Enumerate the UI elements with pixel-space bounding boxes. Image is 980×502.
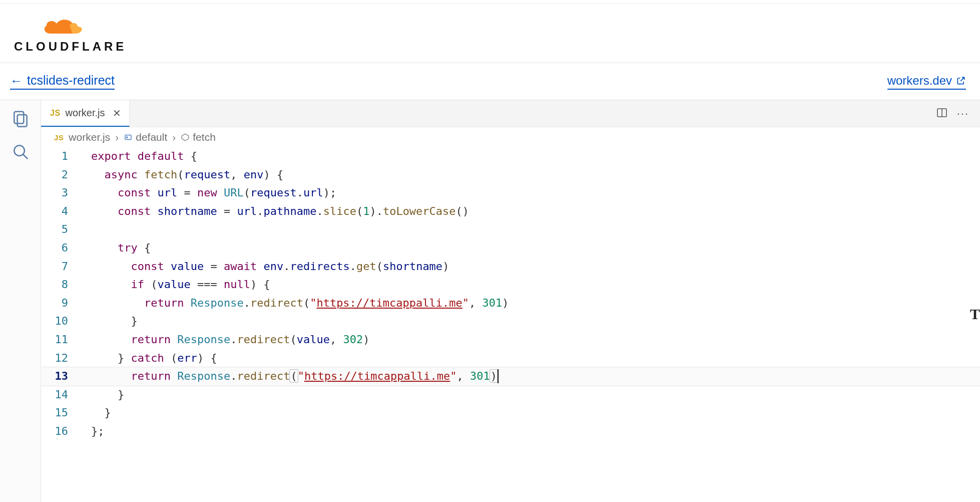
window-top-strip <box>0 0 980 4</box>
line-number: 2 <box>41 166 77 184</box>
code-content[interactable]: }; <box>77 422 980 441</box>
code-content[interactable]: } catch (err) { <box>77 349 980 368</box>
code-content[interactable]: const url = new URL(request.url); <box>77 184 980 202</box>
cloudflare-wordmark: CLOUDFLARE <box>14 40 127 54</box>
code-line[interactable]: 4 const shortname = url.pathname.slice(1… <box>41 202 980 221</box>
logo-row: CLOUDFLARE <box>0 4 980 63</box>
line-number: 11 <box>41 331 77 349</box>
svg-line-3 <box>23 155 28 159</box>
file-tab[interactable]: JS worker.js ✕ <box>41 100 130 127</box>
js-badge-icon: JS <box>50 109 61 118</box>
svg-point-7 <box>127 137 128 138</box>
explorer-icon[interactable] <box>11 109 30 128</box>
split-editor-icon[interactable] <box>936 107 948 121</box>
line-number: 3 <box>41 184 77 202</box>
code-line[interactable]: 16}; <box>41 422 980 441</box>
code-content[interactable]: async fetch(request, env) { <box>77 166 980 184</box>
code-content[interactable]: const shortname = url.pathname.slice(1).… <box>77 202 980 221</box>
editor-area: JS worker.js ✕ ··· JS worker.js › defaul… <box>0 100 980 502</box>
code-line[interactable]: 12 } catch (err) { <box>41 349 980 368</box>
code-line[interactable]: 13 return Response.redirect("https://tim… <box>41 367 980 386</box>
breadcrumb-symbol-default[interactable]: default <box>124 131 167 143</box>
line-number: 5 <box>41 220 77 239</box>
tabs-row: JS worker.js ✕ ··· <box>41 100 980 127</box>
symbol-method-icon <box>181 133 190 142</box>
code-line[interactable]: 8 if (value === null) { <box>41 276 980 294</box>
line-number: 10 <box>41 312 77 331</box>
line-number: 4 <box>41 202 77 221</box>
line-number: 7 <box>41 258 77 276</box>
cloudflare-cloud-icon <box>41 14 101 39</box>
line-number: 15 <box>41 404 77 422</box>
symbol-variable-icon <box>124 133 133 142</box>
code-line[interactable]: 3 const url = new URL(request.url); <box>41 184 980 202</box>
line-number: 14 <box>41 386 77 404</box>
code-content[interactable]: } <box>77 404 980 422</box>
code-line[interactable]: 1export default { <box>41 147 980 166</box>
code-line[interactable]: 15 } <box>41 404 980 422</box>
code-content[interactable]: const value = await env.redirects.get(sh… <box>77 258 980 276</box>
code-line[interactable]: 10 } <box>41 312 980 331</box>
tabs-actions: ··· <box>936 100 980 127</box>
line-number: 8 <box>41 276 77 294</box>
line-number: 13 <box>41 367 77 386</box>
back-link[interactable]: ← tcslides-redirect <box>10 73 115 90</box>
line-number: 9 <box>41 294 77 313</box>
code-content[interactable]: return Response.redirect(value, 302) <box>77 331 980 349</box>
code-line[interactable]: 2 async fetch(request, env) { <box>41 166 980 184</box>
search-icon[interactable] <box>11 142 30 161</box>
workers-dev-link[interactable]: workers.dev <box>887 74 966 90</box>
code-editor[interactable]: 1export default {2 async fetch(request, … <box>41 147 980 502</box>
code-content[interactable]: export default { <box>77 147 980 166</box>
svg-rect-0 <box>14 112 24 124</box>
code-line[interactable]: 14 } <box>41 386 980 404</box>
code-content[interactable]: return Response.redirect("https://timcap… <box>77 367 980 386</box>
code-content[interactable]: return Response.redirect("https://timcap… <box>77 294 980 313</box>
editor-main: JS worker.js ✕ ··· JS worker.js › defaul… <box>41 100 980 502</box>
code-line[interactable]: 9 return Response.redirect("https://timc… <box>41 294 980 313</box>
code-line[interactable]: 5 <box>41 220 980 239</box>
svg-point-2 <box>14 145 25 156</box>
chevron-right-icon: › <box>115 131 119 143</box>
code-content[interactable]: } <box>77 312 980 331</box>
breadcrumb[interactable]: JS worker.js › default › fetch <box>41 127 980 147</box>
external-link-icon <box>956 76 966 86</box>
nav-bar: ← tcslides-redirect workers.dev <box>0 63 980 100</box>
line-number: 16 <box>41 422 77 441</box>
breadcrumb-file: worker.js <box>69 131 110 143</box>
code-content[interactable]: try { <box>77 239 980 258</box>
line-number: 12 <box>41 349 77 368</box>
breadcrumb-symbol-fetch[interactable]: fetch <box>181 131 216 143</box>
code-line[interactable]: 6 try { <box>41 239 980 258</box>
code-content[interactable]: } <box>77 386 980 404</box>
activity-bar <box>0 100 41 502</box>
js-badge-icon: JS <box>54 133 64 142</box>
chevron-right-icon: › <box>172 131 176 143</box>
close-tab-icon[interactable]: ✕ <box>113 107 121 119</box>
svg-rect-6 <box>125 135 131 140</box>
overview-ruler-mark: T <box>970 306 980 323</box>
arrow-left-icon: ← <box>10 74 23 87</box>
workers-dev-label: workers.dev <box>887 74 952 88</box>
file-tab-label: worker.js <box>66 107 105 119</box>
svg-rect-1 <box>17 115 27 127</box>
code-content[interactable]: if (value === null) { <box>77 276 980 294</box>
line-number: 6 <box>41 239 77 258</box>
line-number: 1 <box>41 147 77 166</box>
code-line[interactable]: 11 return Response.redirect(value, 302) <box>41 331 980 349</box>
code-content[interactable] <box>77 220 980 239</box>
code-line[interactable]: 7 const value = await env.redirects.get(… <box>41 258 980 276</box>
more-actions-icon[interactable]: ··· <box>957 107 969 120</box>
back-link-label: tcslides-redirect <box>27 73 115 88</box>
cloudflare-logo[interactable]: CLOUDFLARE <box>14 14 127 54</box>
